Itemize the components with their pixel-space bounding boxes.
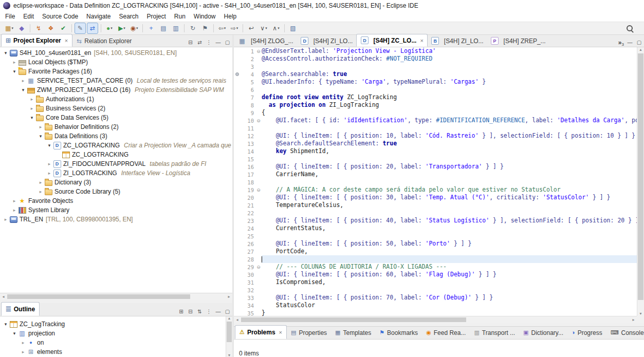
code-line[interactable]: 8 as projection on ZI_LogTracking — [234, 101, 637, 109]
expander-icon[interactable]: ▸ — [20, 349, 27, 354]
sql-console-button[interactable]: ▥ — [170, 23, 181, 34]
tab-outline[interactable]: ☰ Outline — [1, 302, 40, 316]
tree-item[interactable]: ▸System Library — [0, 205, 232, 215]
minimize-view-button[interactable]: — — [214, 307, 223, 316]
editor-tab[interactable]: D[S4H] ZI_LO... — [297, 35, 357, 47]
code-line[interactable]: 31 IsCompromised, — [234, 278, 637, 286]
scroll-up-arrow[interactable]: ▲ — [637, 48, 644, 51]
sort-icon[interactable]: ⇅ — [195, 307, 204, 316]
search-button[interactable] — [627, 25, 633, 31]
expander-icon[interactable]: ▸ — [37, 180, 44, 185]
maximize-view-button[interactable]: ▢ — [635, 38, 643, 47]
scroll-down-arrow[interactable]: ▼ — [637, 312, 644, 315]
expander-icon[interactable]: ▸ — [11, 60, 18, 65]
code-line[interactable]: 14 key ShipmentId, — [234, 147, 637, 155]
menu-run[interactable]: Run — [170, 12, 190, 21]
expander-icon[interactable]: ▸ — [2, 217, 9, 222]
code-line[interactable]: 23 @UI: { lineItem: [ { position: 40, la… — [234, 217, 637, 224]
forward-button[interactable]: ⇨▾ — [229, 23, 240, 34]
code-line[interactable]: 13 @Search.defaultSearchElement: true — [234, 140, 637, 147]
expander-icon[interactable]: ▾ — [37, 134, 44, 139]
tree-item[interactable]: ▸Source Code Library (5) — [0, 187, 232, 196]
code-line[interactable]: 32 — [234, 286, 637, 294]
activate-button[interactable]: ↯ — [33, 23, 44, 34]
code-line[interactable]: 19⊖ // A MÁGICA: A cor deste campo será … — [234, 186, 637, 194]
tree-item[interactable]: ▸●on — [0, 338, 232, 347]
tab-bookmarks[interactable]: ⚑Bookmarks — [375, 326, 422, 339]
editor-hscrollbar[interactable]: ◂ ▸ — [234, 316, 637, 323]
expander-icon[interactable]: ▾ — [2, 50, 9, 55]
code-line[interactable]: 24 CurrentStatus, — [234, 224, 637, 232]
explorer-hscrollbar[interactable]: ◂ ▸ — [0, 293, 232, 300]
code-line[interactable]: 6 — [234, 86, 637, 93]
tree-item[interactable]: ZC_LOGTRACKING — [0, 150, 232, 159]
expander-icon[interactable]: ▾ — [28, 115, 35, 120]
atc-check-button[interactable]: ✔ — [58, 23, 69, 34]
tree-item[interactable]: ▾S4H_100_s4user0181_en[S4H, 100, S4USER0… — [0, 48, 232, 58]
code-line[interactable]: 30 @UI: { lineItem: [ { position: 60, la… — [234, 271, 637, 278]
tree-item[interactable]: ▾ZC_LogTracking — [0, 320, 232, 329]
tree-item[interactable]: ▸★Favorite Objects — [0, 196, 232, 205]
outline-vscrollbar[interactable]: ▲ ▼ — [226, 316, 232, 357]
expand-all-icon[interactable]: ⊞ — [177, 307, 186, 316]
code-line[interactable]: 18 — [234, 178, 637, 186]
expander-icon[interactable]: ▾ — [11, 331, 18, 336]
tab-relation-explorer[interactable]: ⇆ Relation Explorer — [72, 35, 136, 47]
editor-tab[interactable]: D[S4H] ZC_LO...× — [356, 34, 427, 47]
collapse-all-icon[interactable]: ⊟ — [186, 38, 195, 47]
tab-console[interactable]: ⌨Console — [606, 326, 644, 339]
expander-icon[interactable]: ▾ — [20, 87, 27, 92]
tab-transport-organizer[interactable]: ▥Transport ... — [470, 326, 519, 339]
link-with-editor-icon[interactable]: ⇄ — [195, 38, 204, 47]
tree-item[interactable]: ▸▦SERVICE_TEST_DATA_CORE (0)Local de tes… — [0, 76, 232, 85]
view-menu-icon[interactable]: ⋮ — [205, 307, 213, 316]
bookmark-button[interactable]: ⚑ — [199, 23, 211, 34]
refresh-button[interactable]: ↻ — [187, 23, 198, 34]
expander-icon[interactable]: ▸ — [37, 189, 44, 194]
scrollbar-thumb[interactable] — [7, 294, 190, 299]
code-line[interactable]: 1⊖@EndUserText.label: 'Projection View -… — [234, 47, 637, 55]
menu-search[interactable]: Search — [115, 12, 142, 21]
code-line[interactable]: 7define root view entity ZC_LogTracking — [234, 93, 637, 101]
code-line[interactable]: 35} — [234, 309, 637, 316]
close-tab-button[interactable]: × — [420, 37, 423, 44]
tree-item[interactable]: ▾▥projection — [0, 329, 232, 338]
tree-item[interactable]: ▾★Favorite Packages (16) — [0, 67, 232, 76]
menu-navigate[interactable]: Navigate — [82, 12, 115, 21]
next-annotation-button[interactable]: ∨▾ — [258, 23, 269, 34]
code-line[interactable]: 11 — [234, 124, 637, 132]
scroll-left-arrow[interactable]: ◂ — [234, 317, 241, 323]
expander-icon[interactable]: ▸ — [11, 208, 18, 213]
scroll-left-arrow[interactable]: ◂ — [0, 294, 7, 299]
editor-tab[interactable]: B[S4H] ZI_LO... — [428, 35, 487, 47]
tab-problems[interactable]: ⚠Problems× — [235, 325, 287, 339]
code-line[interactable]: 27 PortCode, — [234, 248, 637, 255]
tab-feed-reader[interactable]: ◉Feed Rea... — [422, 326, 470, 339]
fold-toggle-icon[interactable]: ⊖ — [255, 49, 262, 54]
fold-toggle-icon[interactable]: ⊖ — [255, 118, 262, 123]
tab-templates[interactable]: ▦Templates — [331, 326, 375, 339]
tree-item[interactable]: ▸Dictionary (3) — [0, 178, 232, 187]
expander-icon[interactable]: ▸ — [20, 340, 27, 345]
menu-project[interactable]: Project — [142, 12, 170, 21]
menu-window[interactable]: Window — [190, 12, 220, 21]
link-with-editor-button[interactable]: ⇄ — [87, 23, 98, 34]
tab-properties[interactable]: ▤Properties — [287, 326, 331, 339]
open-perspective-button[interactable]: ▧ — [287, 23, 299, 34]
expander-icon[interactable]: ▾ — [11, 69, 18, 74]
profile-button[interactable]: ◉▾ — [128, 23, 140, 34]
last-edit-location-button[interactable]: ↩ — [246, 23, 257, 34]
expander-icon[interactable]: ▸ — [20, 78, 27, 83]
expander-icon[interactable]: ▸ — [28, 106, 35, 111]
back-button[interactable]: ⇦▾ — [216, 23, 228, 34]
expander-icon[interactable]: ▾ — [2, 322, 9, 327]
hidden-editors-chevron[interactable]: »3 — [616, 39, 625, 47]
expander-icon[interactable]: ▸ — [46, 171, 53, 176]
code-line[interactable]: 28 — [234, 255, 637, 263]
code-line[interactable]: 17 CarrierName, — [234, 171, 637, 178]
code-line[interactable]: 34 StatusColor — [234, 302, 637, 309]
tree-item[interactable]: ▸DZI_LOGTRACKINGInterface View - Logísti… — [0, 168, 232, 178]
code-line[interactable]: 20 @UI: { lineItem: [ { position: 30, la… — [234, 194, 637, 201]
mark-occurrences-button[interactable]: ✎ — [75, 23, 86, 34]
expander-icon[interactable]: ▸ — [46, 161, 53, 166]
